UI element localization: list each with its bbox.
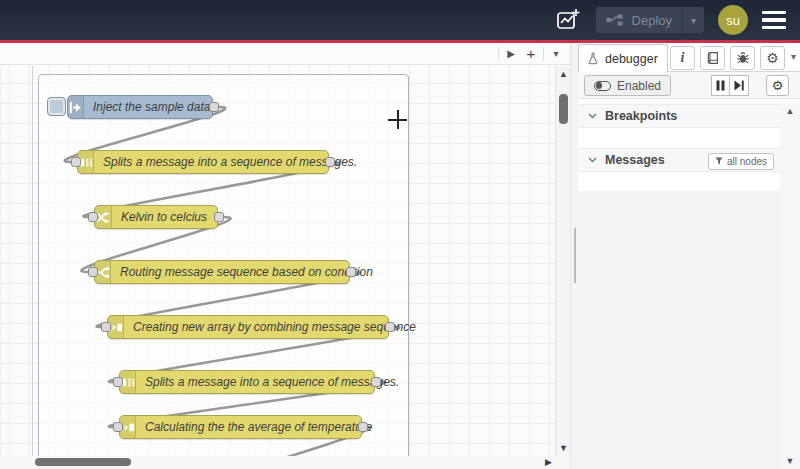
node-input-port[interactable] — [101, 322, 111, 332]
section-breakpoints[interactable]: Breakpoints — [578, 104, 780, 128]
debugger-playback-group — [711, 75, 749, 96]
avatar-initials: su — [726, 13, 740, 28]
debugger-toolbar: Enabled ⚙ — [578, 72, 800, 99]
tabstrip-separator — [543, 47, 544, 61]
tabstrip-separator — [498, 47, 499, 61]
node-input-port[interactable] — [71, 157, 81, 167]
canvas-vertical-scrollbar[interactable]: ▲ ▼ — [555, 66, 570, 456]
pause-button[interactable] — [711, 75, 730, 96]
flow-node-function[interactable]: Creating new array by combining message … — [107, 315, 389, 339]
node-output-port[interactable] — [371, 377, 381, 387]
tab-info[interactable]: i — [670, 46, 695, 70]
breakpoints-title: Breakpoints — [605, 109, 677, 123]
chevron-down-icon — [588, 157, 597, 163]
sidebar-splitter[interactable] — [570, 43, 578, 469]
sidebar-scrollbar[interactable]: ▲ ▼ — [780, 104, 800, 469]
flow-canvas[interactable]: Inject the sample dataSplits a message i… — [0, 66, 555, 456]
step-button[interactable] — [730, 75, 749, 96]
chevron-down-icon: ▾ — [791, 51, 796, 62]
deploy-options-caret[interactable]: ▾ — [682, 7, 704, 33]
ai-assistant-button[interactable] — [554, 6, 582, 34]
filter-label: all nodes — [727, 156, 767, 167]
right-sidebar: debugger i — [578, 43, 800, 469]
book-icon — [706, 51, 720, 65]
node-output-port[interactable] — [358, 422, 368, 432]
node-input-port[interactable] — [88, 212, 98, 222]
flow-node-function[interactable]: Routing message sequence based on condit… — [94, 260, 350, 284]
add-flow-button[interactable]: + — [521, 43, 541, 64]
messages-title: Messages — [605, 153, 665, 167]
horizontal-scroll-thumb[interactable] — [35, 458, 131, 466]
deploy-button[interactable]: Deploy ▾ — [596, 7, 704, 33]
node-input-port[interactable] — [113, 422, 123, 432]
crosshair-cursor — [388, 110, 407, 129]
deploy-icon — [606, 14, 624, 26]
node-label: Kelvin to celcius — [112, 206, 217, 228]
pause-icon — [716, 80, 725, 91]
node-output-port[interactable] — [346, 267, 356, 277]
flow-node-function[interactable]: Kelvin to celcius — [94, 205, 218, 229]
node-label: Creating new array by combining message … — [124, 316, 426, 338]
section-messages[interactable]: Messages all nodes — [578, 148, 780, 172]
node-output-port[interactable] — [325, 157, 335, 167]
node-input-port[interactable] — [113, 377, 123, 387]
messages-empty-area — [578, 191, 780, 469]
node-output-port[interactable] — [209, 102, 219, 112]
vertical-scroll-thumb[interactable] — [559, 94, 568, 124]
node-label: Inject the sample data — [84, 96, 220, 118]
flow-node-function[interactable]: Splits a message into a sequence of mess… — [77, 150, 329, 174]
flow-node-inject[interactable]: Inject the sample data — [67, 95, 213, 119]
node-red-app: Deploy ▾ su ▶ + ▾ Inject the sample data… — [0, 0, 800, 469]
sidebar-tab-row: debugger i — [578, 43, 800, 72]
flow-list-button[interactable]: ▾ — [546, 43, 566, 64]
debugger-enabled-toggle[interactable]: Enabled — [584, 75, 671, 96]
scroll-up-arrow-icon[interactable]: ▲ — [556, 69, 571, 79]
scroll-tabs-right-button[interactable]: ▶ — [501, 43, 521, 64]
chevron-down-icon: ▾ — [553, 48, 558, 59]
inject-trigger-button[interactable] — [47, 97, 66, 116]
gear-icon: ⚙ — [766, 50, 779, 66]
node-input-port[interactable] — [88, 267, 98, 277]
node-label: Splits a message into a sequence of mess… — [136, 371, 409, 393]
tab-help[interactable] — [700, 46, 725, 70]
scroll-down-arrow-icon[interactable]: ▼ — [780, 456, 800, 466]
hamburger-icon — [762, 11, 786, 14]
node-label: Calculating the the average of temperatu… — [136, 416, 382, 438]
node-output-port[interactable] — [385, 322, 395, 332]
chevron-down-icon — [588, 113, 597, 119]
scroll-up-arrow-icon[interactable]: ▲ — [780, 106, 800, 116]
splitter-handle-icon — [574, 228, 576, 283]
tab-debugger-label: debugger — [605, 52, 658, 66]
header-bar: Deploy ▾ su — [0, 0, 800, 43]
tab-debug-messages[interactable] — [730, 46, 755, 70]
bug-icon — [736, 51, 750, 65]
node-label: Routing message sequence based on condit… — [111, 261, 383, 283]
flow-node-function[interactable]: Calculating the the average of temperatu… — [119, 415, 362, 439]
info-icon: i — [681, 50, 685, 66]
flask-debugger-icon — [587, 52, 599, 65]
node-output-port[interactable] — [214, 212, 224, 222]
debugger-settings-button[interactable]: ⚙ — [766, 75, 789, 96]
tab-config-nodes[interactable]: ⚙ — [760, 46, 785, 70]
scroll-down-arrow-icon[interactable]: ▼ — [556, 443, 571, 453]
filter-funnel-icon — [715, 157, 723, 165]
toggle-icon — [594, 81, 611, 91]
plus-icon: + — [527, 45, 536, 62]
sidebar-tab-list-caret[interactable]: ▾ — [791, 51, 796, 62]
main-menu-button[interactable] — [762, 11, 786, 29]
canvas-horizontal-scrollbar[interactable]: ▶ — [0, 456, 570, 469]
flow-tabstrip: ▶ + ▾ — [0, 43, 570, 65]
ai-assistant-icon — [555, 7, 581, 33]
deploy-label: Deploy — [632, 13, 672, 28]
scroll-right-arrow-icon[interactable]: ▶ — [545, 457, 552, 467]
gear-icon: ⚙ — [772, 78, 784, 93]
chevron-down-icon: ▾ — [691, 15, 696, 26]
enabled-label: Enabled — [617, 79, 661, 93]
flow-node-function[interactable]: Splits a message into a sequence of mess… — [119, 370, 375, 394]
message-filter-button[interactable]: all nodes — [708, 153, 774, 170]
tab-debugger[interactable]: debugger — [578, 44, 668, 72]
inject-icon — [68, 96, 84, 118]
step-forward-icon — [734, 80, 744, 91]
play-right-icon: ▶ — [507, 48, 515, 59]
user-avatar[interactable]: su — [718, 5, 748, 35]
